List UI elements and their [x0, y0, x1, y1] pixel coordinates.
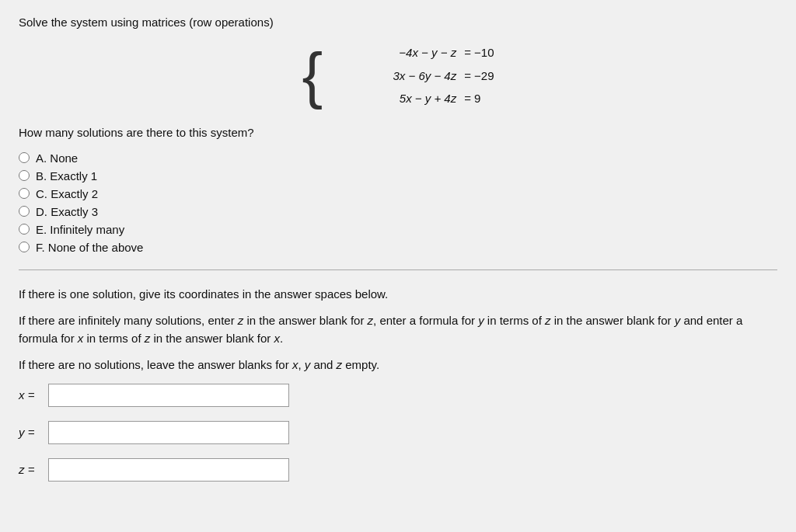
y-label: y = [19, 426, 42, 439]
instruction-1: If there is one solution, give its coord… [19, 286, 777, 304]
eq1-eq: = −10 [464, 43, 494, 63]
problem-title: Solve the system using matrices (row ope… [19, 16, 777, 29]
label-exactly3[interactable]: D. Exactly 3 [36, 205, 98, 218]
eq3-lhs: 5x − y + 4z [332, 89, 456, 109]
radio-exactly2[interactable] [19, 188, 30, 199]
option-exactly2: C. Exactly 2 [19, 187, 777, 200]
radio-exactly1[interactable] [19, 170, 30, 181]
z-answer-row: z = [19, 458, 777, 482]
option-infinitely: E. Infinitely many [19, 223, 777, 236]
label-infinitely[interactable]: E. Infinitely many [36, 223, 124, 236]
equations: −4x − y − z = −10 3x − 6y − 4z = −29 5x … [332, 43, 494, 109]
option-none: A. None [19, 151, 777, 165]
left-brace: { [302, 43, 323, 109]
x-label: x = [19, 388, 42, 402]
radio-none-above[interactable] [19, 242, 30, 252]
option-exactly3: D. Exactly 3 [19, 205, 777, 218]
label-none[interactable]: A. None [36, 151, 78, 165]
equation-row-1: −4x − y − z = −10 [332, 43, 494, 63]
equation-row-2: 3x − 6y − 4z = −29 [332, 66, 494, 86]
option-exactly1: B. Exactly 1 [19, 169, 777, 183]
z-input[interactable] [48, 458, 289, 482]
equation-block: { −4x − y − z = −10 3x − 6y − 4z = −29 5… [19, 43, 777, 109]
x-answer-row: x = [19, 384, 777, 407]
x-input[interactable] [48, 384, 289, 407]
y-answer-row: y = [19, 421, 777, 444]
radio-exactly3[interactable] [19, 206, 30, 217]
equation-row-3: 5x − y + 4z = 9 [332, 89, 494, 109]
y-input[interactable] [48, 421, 289, 444]
label-none-above[interactable]: F. None of the above [36, 241, 143, 254]
label-exactly2[interactable]: C. Exactly 2 [36, 187, 98, 200]
radio-infinitely[interactable] [19, 224, 30, 235]
options-list: A. None B. Exactly 1 C. Exactly 2 D. Exa… [19, 151, 777, 254]
instruction-2: If there are infinitely many solutions, … [19, 312, 777, 347]
z-label: z = [19, 463, 42, 476]
instruction-3: If there are no solutions, leave the ans… [19, 356, 777, 374]
eq3-eq: = 9 [464, 89, 480, 109]
radio-none[interactable] [19, 152, 30, 163]
divider [19, 269, 777, 270]
option-none-above: F. None of the above [19, 241, 777, 254]
eq2-eq: = −29 [464, 66, 494, 86]
question-text: How many solutions are there to this sys… [19, 126, 777, 139]
eq1-lhs: −4x − y − z [332, 43, 456, 63]
eq2-lhs: 3x − 6y − 4z [332, 66, 456, 86]
label-exactly1[interactable]: B. Exactly 1 [36, 169, 97, 183]
